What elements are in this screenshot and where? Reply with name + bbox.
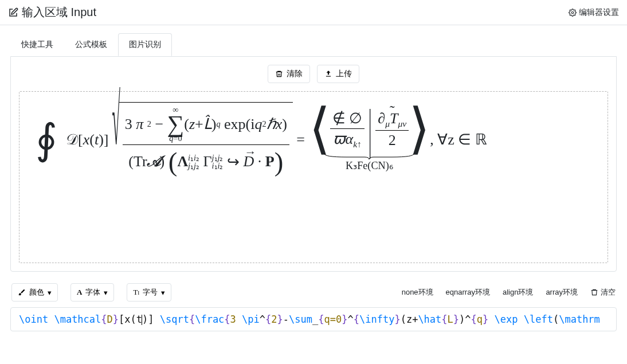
edit-icon (8, 7, 18, 18)
latex-code-editor[interactable]: \oint \mathcal{D}[x(t)] \sqrt{\frac{3 \p… (10, 307, 617, 331)
upload-label: 上传 (336, 69, 352, 79)
tabs-row: 快捷工具 公式模板 图片识别 (0, 25, 627, 56)
header-title-group: 输入区域 Input (8, 5, 96, 20)
gear-icon (569, 9, 577, 17)
editor-settings-button[interactable]: 编辑器设置 (569, 7, 619, 18)
tab-image-ocr[interactable]: 图片识别 (118, 33, 172, 56)
upload-button[interactable]: 上传 (317, 65, 359, 83)
color-dropdown[interactable]: 颜色 ▾ (11, 283, 58, 302)
text-size-icon: TI (133, 288, 139, 297)
settings-label: 编辑器设置 (579, 7, 619, 18)
rendered-formula: ∮ 𝒟[x(t)] √ 3 π 2 − ∞ ∑ q=0 (36, 102, 487, 177)
editor-toolbar: 颜色 ▾ A 字体 ▾ TI 字号 ▾ none环境 eqnarray环境 al… (10, 283, 617, 302)
env-align-button[interactable]: align环境 (503, 287, 533, 298)
font-icon: A (77, 288, 82, 297)
color-label: 颜色 (29, 287, 44, 298)
tab-quick-tools[interactable]: 快捷工具 (10, 33, 64, 56)
chevron-down-icon: ▾ (48, 288, 52, 297)
upload-icon (324, 70, 332, 78)
underbrace-label: K₃Fe(CN)₆ (346, 159, 393, 172)
trash-icon (590, 288, 598, 296)
clear-button[interactable]: 清除 (268, 65, 310, 83)
formula-trailing: , ∀z ∈ ℝ (430, 131, 487, 148)
size-label: 字号 (143, 287, 158, 298)
trash-icon (275, 70, 283, 78)
font-label: 字体 (85, 287, 100, 298)
env-eqnarray-button[interactable]: eqnarray环境 (446, 287, 490, 298)
ocr-panel: 清除 上传 ∮ 𝒟[x(t)] √ (10, 56, 617, 272)
formula-preview-box[interactable]: ∮ 𝒟[x(t)] √ 3 π 2 − ∞ ∑ q=0 (19, 91, 608, 263)
brush-icon (18, 288, 26, 296)
header-bar: 输入区域 Input 编辑器设置 (0, 0, 627, 25)
svg-point-0 (571, 11, 574, 14)
chevron-down-icon: ▾ (104, 288, 108, 297)
chevron-down-icon: ▾ (161, 288, 165, 297)
empty-button[interactable]: 清空 (590, 287, 616, 298)
font-dropdown[interactable]: A 字体 ▾ (70, 283, 114, 302)
clear-label: 清除 (287, 69, 303, 79)
env-array-button[interactable]: array环境 (546, 287, 578, 298)
size-dropdown[interactable]: TI 字号 ▾ (127, 283, 171, 302)
tab-formula-templates[interactable]: 公式模板 (64, 33, 118, 56)
header-title: 输入区域 Input (22, 5, 96, 20)
env-none-button[interactable]: none环境 (402, 287, 433, 298)
ocr-action-row: 清除 上传 (19, 65, 608, 83)
